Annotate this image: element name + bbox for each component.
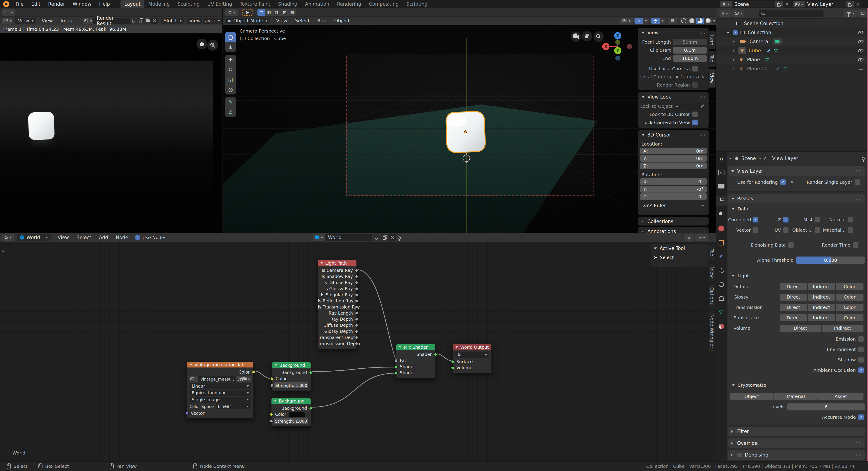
tool-measure[interactable]: ∠ (225, 107, 236, 117)
cryptomatte-material-button[interactable]: Material (774, 393, 817, 400)
workspace-tab-compositing[interactable]: Compositing (365, 1, 403, 7)
cryptomatte-asset-button[interactable]: Asset (818, 393, 864, 400)
selectmode-intersect-icon[interactable]: ▦ (288, 9, 296, 16)
glossy-color-button[interactable]: Color (836, 293, 864, 301)
bg2-color-swatch[interactable] (289, 412, 305, 417)
camera-label[interactable]: Camera (749, 39, 768, 44)
socket-output-volume[interactable] (451, 366, 454, 370)
selectmode-subtract-icon[interactable]: ◨ (273, 9, 281, 16)
new-collection-button[interactable] (858, 10, 867, 17)
output-target-dropdown[interactable]: All (455, 352, 489, 358)
menu-edit[interactable]: Edit (27, 1, 44, 7)
props-tab-output-icon[interactable] (718, 184, 724, 188)
viewport-menu-view[interactable]: View (272, 18, 291, 24)
combined-checkbox[interactable] (752, 217, 758, 223)
image-menu-view[interactable]: View (38, 18, 57, 24)
panel-3d-cursor-header[interactable]: 3D Cursor∷∷ (638, 130, 708, 139)
levels-field[interactable]: 6 (787, 403, 865, 410)
color-space-dropdown[interactable]: Linear (216, 403, 251, 409)
bg2-strength-slider[interactable]: Strength: 1.000 (274, 418, 308, 424)
scene-name[interactable]: Scene (732, 2, 775, 7)
camera-view-button[interactable] (571, 31, 581, 42)
socket-transparent-depth[interactable] (355, 336, 358, 339)
eyedropper-icon[interactable]: ✐ (700, 103, 704, 109)
menu-help[interactable]: Help (95, 1, 114, 7)
menu-render[interactable]: Render (44, 1, 69, 7)
subpanel-light-header[interactable]: Light (732, 272, 749, 279)
cursor-y-field[interactable]: Y:0m (640, 155, 707, 162)
outliner-row-plane[interactable]: ▼ Plane ▽ (716, 55, 868, 64)
object-index-checkbox[interactable] (814, 227, 820, 233)
collection-expand-icon[interactable] (727, 32, 730, 33)
diffuse-direct-button[interactable]: Direct (780, 283, 807, 290)
outliner-row-cube[interactable]: ▼ Cube ▽ (716, 46, 868, 55)
panel-annotations[interactable]: Annotations∷∷ (638, 227, 709, 233)
props-tab-render-icon[interactable] (718, 170, 724, 176)
node-tab-node-wrangler[interactable]: Node Wrangler (709, 311, 716, 352)
props-tab-world-icon[interactable] (718, 225, 724, 231)
socket-bg2-strength[interactable] (270, 419, 273, 423)
alpha-threshold-slider[interactable]: 0.500 (796, 256, 865, 264)
socket-mix-shader2[interactable] (395, 371, 398, 375)
breadcrumb-scene[interactable]: Scene (741, 156, 756, 161)
collection-checkbox[interactable] (733, 30, 738, 35)
node-menu-view[interactable]: View (54, 235, 73, 240)
socket-mix-output[interactable] (434, 353, 437, 356)
tool-scale[interactable]: ◱ (225, 74, 236, 85)
local-camera-field[interactable]: ▣Camera✕ (673, 73, 707, 80)
scene-unlink-button[interactable]: ✕ (783, 2, 791, 7)
props-tab-physics-icon[interactable] (718, 281, 724, 288)
collection-visibility-icon[interactable] (858, 31, 864, 34)
lock-to-cursor-checkbox[interactable] (692, 112, 698, 117)
mode-dropdown[interactable]: ▣Object Mode (225, 18, 270, 24)
section-denoising-header[interactable]: Denoising∷∷ (728, 450, 865, 460)
socket-is-glossy-ray[interactable] (355, 287, 358, 290)
props-tab-view-layer-icon[interactable] (720, 198, 724, 201)
node-background-1[interactable]: Background Background Color Strength: 1.… (272, 362, 311, 391)
shading-dropdown[interactable] (713, 18, 716, 24)
transmission-color-button[interactable]: Color (836, 304, 864, 311)
transmission-direct-button[interactable]: Direct (780, 304, 807, 311)
workspace-tab-scripting[interactable]: Scripting (403, 1, 431, 7)
view-layer-name[interactable]: View Layer (805, 2, 846, 7)
clip-end-field[interactable]: 1000m (673, 55, 707, 62)
plane001-mesh-data-icon[interactable]: ▽ (783, 66, 787, 71)
node-menu-add[interactable]: Add (95, 235, 112, 240)
glossy-direct-button[interactable]: Direct (780, 293, 807, 301)
cube-modifier-icon[interactable] (767, 49, 771, 53)
env-image-name[interactable]: vintage_measu.. (198, 376, 237, 382)
transmission-indirect-button[interactable]: Indirect (808, 304, 835, 311)
blender-logo-icon[interactable] (3, 1, 9, 7)
props-tab-object-icon[interactable] (719, 240, 724, 246)
outliner-row-plane001[interactable]: ▼ Plane.001 ▽ (716, 64, 868, 73)
overlays-toggle[interactable]: ◓ (651, 18, 660, 24)
socket-is-diffuse-ray[interactable] (355, 281, 358, 284)
node-menu-node[interactable]: Node (112, 235, 132, 240)
props-tab-scene-icon[interactable] (718, 211, 723, 216)
cursor-rx-field[interactable]: X:0° (640, 178, 707, 185)
outliner-row-scene-collection[interactable]: Scene Collection (716, 19, 868, 28)
plane001-visibility-icon[interactable] (858, 68, 864, 70)
active-tool-header[interactable]: Active Tool (651, 244, 708, 253)
tool-select-box[interactable]: ▢ (225, 32, 236, 42)
denoising-data-checkbox[interactable] (788, 242, 794, 248)
node-canvas[interactable]: ➤ Light Path Is Camera Ray Is Shadow Ray… (0, 242, 716, 461)
env-unlink-button[interactable]: ✕ (248, 376, 251, 382)
render-region-checkbox[interactable] (692, 82, 698, 88)
node-environment-texture[interactable]: vintage_measuring_lab_2k.hdr Color vinta… (187, 362, 254, 418)
environment-checkbox[interactable] (858, 346, 864, 352)
props-tab-modifiers-icon[interactable] (719, 254, 723, 258)
cube-label[interactable]: Cube (749, 48, 761, 53)
glossy-indirect-button[interactable]: Indirect (808, 293, 835, 301)
clip-start-field[interactable]: 0.1m (673, 47, 707, 54)
socket-is-shadow-ray[interactable] (355, 275, 358, 278)
world-copy-button[interactable] (380, 234, 389, 241)
workspace-tab-modeling[interactable]: Modeling (145, 1, 174, 7)
visibility-dropdown[interactable] (620, 18, 633, 24)
diffuse-indirect-button[interactable]: Indirect (808, 283, 835, 290)
volume-indirect-button[interactable]: Indirect (822, 325, 864, 332)
image-mode-dropdown[interactable]: View (15, 18, 36, 24)
node-light-path[interactable]: Light Path Is Camera Ray Is Shadow Ray I… (318, 260, 357, 349)
env-interpolation-dropdown[interactable]: Linear (189, 383, 251, 389)
view-layer-unlink-button[interactable]: ✕ (854, 2, 861, 7)
